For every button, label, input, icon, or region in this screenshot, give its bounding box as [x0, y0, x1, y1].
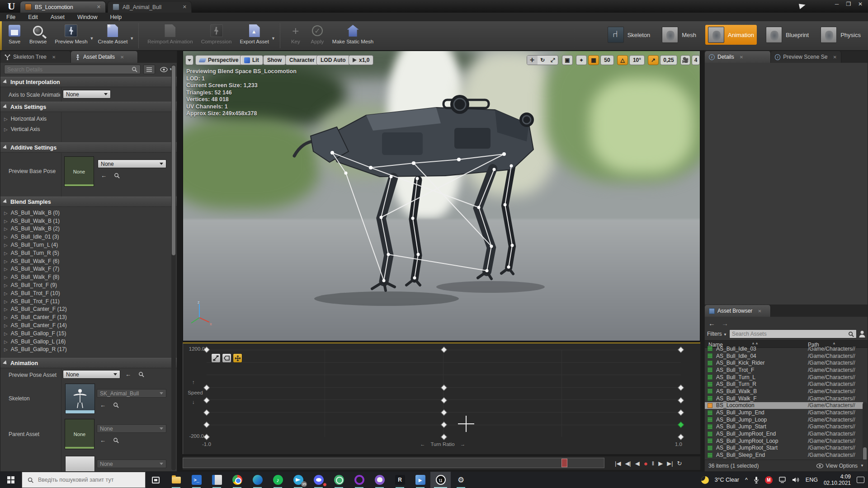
menu-item[interactable]: Window [77, 14, 97, 20]
expander-icon[interactable] [4, 298, 8, 305]
asset-row[interactable]: AS_Bull_Jump_End /Game/Characters// [705, 409, 863, 416]
task-view-icon[interactable] [146, 472, 166, 488]
volume-icon[interactable] [792, 477, 800, 483]
rotation-snap-toggle[interactable]: △ [617, 55, 628, 65]
person-icon[interactable] [859, 330, 865, 338]
asset-row[interactable]: AS_Bull_Turn_L /Game/Characters// [705, 374, 863, 381]
camera-speed-value[interactable]: 4 [692, 55, 700, 65]
blend-sample-row[interactable]: AS_Bull_Canter_F (14) [0, 321, 172, 329]
github-icon[interactable] [369, 472, 390, 488]
asset-mapping-thumbnail[interactable] [65, 456, 95, 472]
viewport-options-button[interactable] [185, 55, 193, 65]
explorer-icon[interactable] [166, 472, 186, 488]
clock[interactable]: 4:09 02.10.2021 [824, 474, 851, 486]
powershell-icon[interactable]: >_ [186, 472, 207, 488]
chrome-icon[interactable] [227, 472, 247, 488]
sort-icon[interactable]: ▲ [832, 341, 836, 345]
expander-icon[interactable] [4, 258, 8, 264]
view-options-button[interactable]: View Options ▼ [816, 463, 864, 469]
toolbar-button[interactable]: Make Static Mesh [328, 22, 377, 46]
search-assets-input[interactable] [732, 331, 848, 337]
expander-icon[interactable] [4, 266, 8, 272]
asset-row[interactable]: AS_Bull_Walk_B /Game/Characters// [705, 388, 863, 395]
section-blend-samples[interactable]: Blend Samples [0, 197, 177, 207]
edge-icon[interactable] [247, 472, 268, 488]
menu-item[interactable]: File [6, 14, 15, 20]
move-tool-icon[interactable]: ✛ [527, 56, 538, 65]
mode-button[interactable]: Animation [705, 25, 757, 45]
divider[interactable] [61, 369, 61, 472]
menu-item[interactable]: Help [110, 14, 122, 20]
toolbar-button[interactable]: Browse [25, 22, 51, 46]
tab-asset-details[interactable]: Asset Details✕ [71, 51, 138, 63]
left-panel-scrollbar[interactable] [171, 65, 176, 470]
sample-diamond[interactable] [440, 397, 447, 404]
skeleton-dropdown[interactable]: SK_Animal_Bull [97, 389, 166, 398]
blend-sample-row[interactable]: AS_Bull_Walk_B (0) [0, 209, 172, 217]
playback-button[interactable]: ◀| [625, 460, 631, 467]
camera-speed-icon[interactable]: 🎥 [680, 55, 690, 65]
asset-row[interactable]: AS_Bull_Sleep_End /Game/Characters// [705, 451, 863, 458]
3d-viewport[interactable]: Perspective Lit Show Character LOD Auto … [183, 51, 700, 341]
mode-button[interactable]: Physics [818, 25, 863, 45]
expander-icon[interactable] [4, 322, 8, 328]
document-icon[interactable] [207, 472, 227, 488]
mode-button[interactable]: Blueprint [763, 25, 811, 45]
lod-auto-button[interactable]: LOD Auto [316, 55, 350, 65]
tray-expand-icon[interactable]: ^ [745, 477, 748, 483]
action-center-icon[interactable] [857, 477, 864, 483]
taskbar-search-input[interactable] [38, 477, 140, 483]
expander-icon[interactable] [4, 218, 8, 224]
expander-icon[interactable] [4, 306, 8, 312]
blend-sample-row[interactable]: AS_Bull_Walk_F (8) [0, 273, 172, 281]
playback-button[interactable]: ▶ [658, 460, 663, 467]
unreal-icon[interactable]: u [430, 472, 451, 488]
mode-button[interactable]: Mesh [659, 25, 699, 45]
expander-icon[interactable] [4, 330, 8, 337]
playback-button[interactable]: ◀ [635, 460, 640, 467]
close-tab-icon[interactable]: ✕ [52, 55, 56, 60]
blend-grid[interactable] [207, 350, 681, 437]
toolbar-button[interactable]: ✓ Apply [307, 22, 328, 46]
toolbar-button[interactable]: Create Asset [94, 22, 132, 46]
chevron-down-icon[interactable]: ▼ [90, 36, 94, 41]
grid-snap-toggle[interactable]: ▦ [588, 55, 599, 65]
use-selected-icon[interactable]: ← [100, 402, 106, 408]
sample-diamond[interactable] [203, 422, 210, 428]
chevron-down-icon[interactable]: ▼ [271, 36, 275, 41]
surface-snap-icon[interactable]: ⌖ [576, 55, 587, 65]
show-labels-button[interactable] [222, 353, 231, 363]
close-tab-icon[interactable]: ✕ [97, 4, 101, 10]
back-arrow-icon[interactable]: ← [708, 319, 715, 327]
show-triangulation-button[interactable] [211, 353, 221, 363]
preview-crosshair[interactable] [458, 416, 474, 432]
minimize-button[interactable]: ─ [831, 0, 843, 9]
asset-row[interactable]: AS_Bull_JumpRoot_End /Game/Characters// [705, 430, 863, 437]
close-button[interactable]: ✕ [854, 0, 866, 9]
section-axis-settings[interactable]: Axis Settings [0, 102, 177, 112]
timeline-track[interactable] [183, 458, 604, 468]
menu-item[interactable]: Edit [28, 14, 38, 20]
blend-sample-row[interactable]: AS_Bull_Idle_01 (3) [0, 233, 172, 241]
perspective-button[interactable]: Perspective [195, 55, 242, 65]
mega-icon[interactable]: M [765, 476, 773, 484]
preview-base-pose-dropdown[interactable]: None [98, 160, 166, 168]
grid-snap-value[interactable]: 50 [600, 55, 614, 65]
expander-icon[interactable] [4, 314, 8, 320]
sample-diamond[interactable] [678, 347, 684, 353]
fit-view-button[interactable] [233, 353, 242, 363]
network-icon[interactable] [778, 477, 786, 483]
blend-sample-row[interactable]: AS_Bull_Gallop_L (16) [0, 338, 172, 346]
forward-arrow-icon[interactable]: → [722, 319, 728, 327]
asset-row[interactable]: AS_Bull_Jump_Loop /Game/Characters// [705, 416, 863, 423]
close-tab-icon[interactable]: ✕ [833, 55, 837, 60]
expander-icon[interactable] [4, 338, 8, 345]
asset-row[interactable]: AS_Bull_Turn_R /Game/Characters// [705, 380, 863, 388]
expander-icon[interactable] [4, 225, 8, 232]
browse-to-icon[interactable] [113, 402, 119, 408]
expander-icon[interactable] [4, 116, 8, 122]
playback-button[interactable]: ● [644, 460, 648, 467]
close-tab-icon[interactable]: ✕ [183, 4, 187, 10]
toolbar-button[interactable]: Reimport Animation [143, 22, 197, 46]
scrollbar-thumb[interactable] [172, 66, 175, 255]
